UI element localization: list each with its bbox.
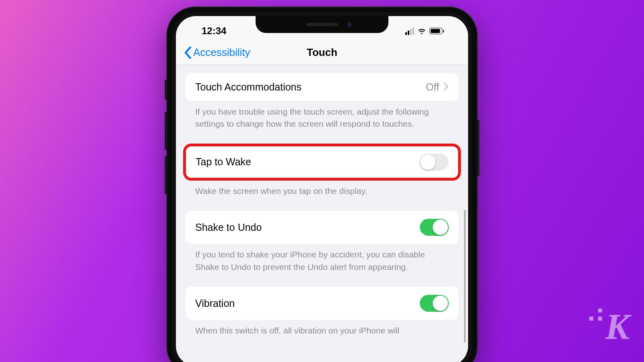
touch-accommodations-row[interactable]: Touch Accommodations Off (186, 73, 458, 101)
page-title: Touch (307, 46, 337, 59)
shake-to-undo-label: Shake to Undo (195, 222, 262, 233)
front-camera (347, 22, 352, 27)
back-label: Accessibility (193, 46, 250, 59)
speaker (306, 23, 338, 26)
notch (256, 16, 388, 33)
vibration-footer: When this switch is off, all vibration o… (186, 320, 458, 337)
watermark: K (589, 306, 628, 348)
wifi-icon (417, 27, 426, 35)
shake-to-undo-toggle[interactable] (420, 219, 449, 236)
back-button[interactable]: Accessibility (184, 46, 250, 59)
cellular-signal-icon (405, 27, 414, 35)
chevron-left-icon (184, 47, 192, 59)
settings-content: Touch Accommodations Off If you have tro… (176, 65, 468, 362)
shake-to-undo-row[interactable]: Shake to Undo (186, 211, 458, 244)
volume-up-button (165, 112, 167, 150)
battery-icon (429, 28, 444, 34)
vibration-toggle[interactable] (420, 295, 449, 312)
tap-to-wake-footer: Wake the screen when you tap on the disp… (186, 180, 458, 197)
tap-to-wake-toggle[interactable] (419, 154, 448, 171)
phone-mockup: 12:34 Access (167, 7, 477, 362)
watermark-letter: K (605, 306, 628, 348)
watermark-dots-icon (589, 309, 602, 321)
touch-accommodations-value: Off (426, 81, 439, 93)
tap-to-wake-row[interactable]: Tap to Wake (186, 146, 458, 178)
touch-accommodations-footer: If you have trouble using the touch scre… (186, 101, 458, 130)
status-time: 12:34 (193, 25, 226, 37)
tap-to-wake-highlight: Tap to Wake (183, 144, 461, 181)
phone-screen: 12:34 Access (176, 16, 468, 362)
touch-accommodations-label: Touch Accommodations (195, 81, 301, 93)
mute-switch (165, 80, 167, 100)
vibration-row[interactable]: Vibration (186, 287, 458, 320)
chevron-right-icon (443, 81, 449, 93)
power-button (477, 120, 479, 176)
nav-bar: Accessibility Touch (176, 40, 468, 65)
vibration-label: Vibration (195, 298, 235, 309)
shake-to-undo-footer: If you tend to shake your iPhone by acci… (186, 244, 458, 273)
tap-to-wake-label: Tap to Wake (196, 156, 251, 168)
volume-down-button (165, 156, 167, 194)
scroll-indicator[interactable] (464, 210, 466, 343)
